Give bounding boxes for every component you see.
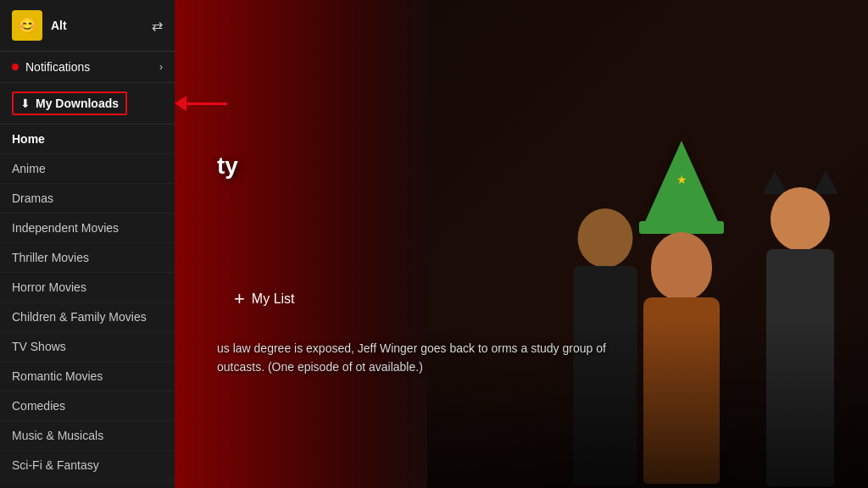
- menu-item-comedies[interactable]: Comedies: [0, 391, 175, 421]
- menu-item-music[interactable]: Music & Musicals: [0, 421, 175, 451]
- menu-item-thriller[interactable]: Thriller Movies: [0, 243, 175, 273]
- arrow-line: [186, 103, 227, 105]
- menu-item-horror[interactable]: Horror Movies: [0, 273, 175, 302]
- menu-item-scifi[interactable]: Sci-Fi & Fantasy: [0, 451, 175, 480]
- menu-item-home[interactable]: Home: [0, 125, 175, 154]
- red-arrow-annotation: [175, 96, 227, 111]
- profile-avatar: 😊: [12, 10, 42, 41]
- downloads-inner: ⬇ My Downloads: [12, 92, 127, 115]
- content-title: ty: [217, 152, 238, 180]
- arrow-head-left: [175, 96, 186, 111]
- menu-item-independent[interactable]: Independent Movies: [0, 214, 175, 243]
- menu-item-romantic[interactable]: Romantic Movies: [0, 362, 175, 391]
- profile-name: Alt: [51, 19, 152, 32]
- download-icon: ⬇: [20, 97, 31, 110]
- menu-items-list: Home Anime Dramas Independent Movies Thr…: [0, 125, 175, 488]
- main-content: ty + My List us law degree is exposed, J…: [175, 0, 868, 488]
- menu-item-dramas[interactable]: Dramas: [0, 184, 175, 214]
- description-text: us law degree is exposed, Jeff Winger go…: [217, 339, 641, 377]
- notifications-item[interactable]: Notifications ›: [0, 52, 175, 83]
- sidebar-header: 😊 Alt ⇄: [0, 0, 175, 52]
- switch-profile-icon[interactable]: ⇄: [152, 18, 163, 34]
- plus-icon: +: [234, 288, 245, 310]
- notifications-label: Notifications: [25, 60, 159, 74]
- menu-item-action[interactable]: Action & Adventure: [0, 480, 175, 488]
- profile-emoji: 😊: [18, 16, 36, 35]
- menu-item-children-family[interactable]: Children & Family Movies: [0, 302, 175, 332]
- my-list-label: My List: [252, 291, 295, 307]
- my-list-button[interactable]: + My List: [234, 288, 295, 310]
- notification-dot: [12, 64, 19, 70]
- downloads-item[interactable]: ⬇ My Downloads: [0, 83, 175, 125]
- sidebar: 😊 Alt ⇄ Notifications › ⬇ My Downloads H…: [0, 0, 175, 488]
- chevron-right-icon: ›: [159, 61, 163, 73]
- menu-item-tv-shows[interactable]: TV Shows: [0, 332, 175, 362]
- downloads-label: My Downloads: [36, 97, 119, 110]
- menu-item-anime[interactable]: Anime: [0, 154, 175, 184]
